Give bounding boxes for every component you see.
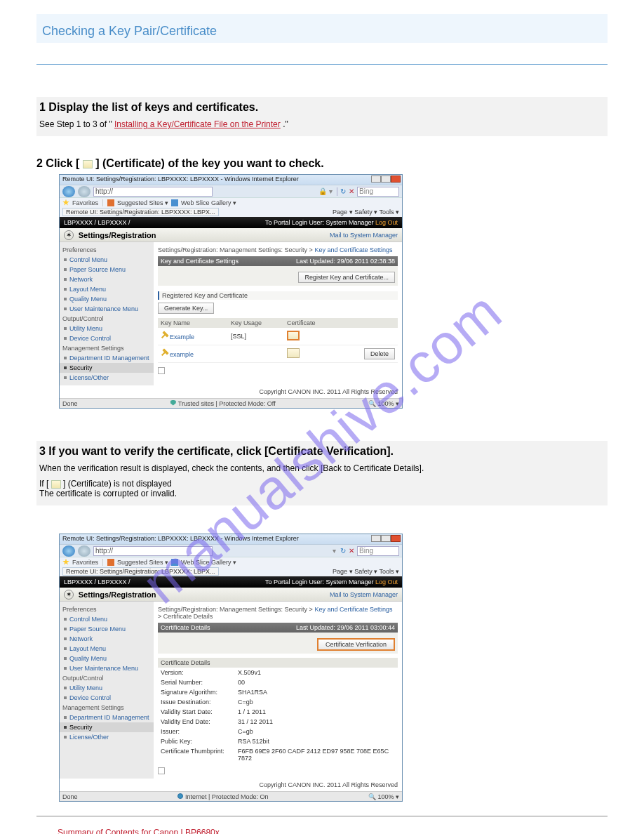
browser-titlebar: Remote UI: Settings/Registration: LBPXXX… <box>60 534 402 544</box>
sidebar-item-device[interactable]: Device Control <box>60 333 154 343</box>
screenshot-1: Remote UI: Settings/Registration: LBPXXX… <box>59 174 403 409</box>
sidebar-item-network[interactable]: Network <box>60 634 154 644</box>
sidebar-item-utility[interactable]: Utility Menu <box>60 683 154 693</box>
webslice-gallery[interactable]: Web Slice Gallery ▾ <box>181 559 236 566</box>
delete-button[interactable]: Delete <box>364 348 395 359</box>
favorites-icon[interactable] <box>62 199 69 206</box>
certificate-icon[interactable] <box>287 331 300 340</box>
mail-link[interactable]: Mail to System Manager <box>330 232 398 239</box>
refresh-icon[interactable]: ↻ <box>340 547 346 555</box>
suggested-icon[interactable] <box>107 199 114 206</box>
sidebar-cat-mgmt: Management Settings <box>60 343 154 353</box>
crumb-link[interactable]: Key and Certificate Settings <box>314 246 392 253</box>
stop-icon[interactable]: ✕ <box>349 187 354 195</box>
zoom-display[interactable]: 🔍 100% ▾ <box>368 400 399 407</box>
step-2-heading: 2 Click [ ] (Certificate) of the key you… <box>36 157 608 170</box>
webslice-icon[interactable] <box>171 199 178 206</box>
copyright: Copyright CANON INC. 2011 All Rights Res… <box>60 385 402 398</box>
back-icon[interactable] <box>62 545 75 557</box>
device-name: LBPXXXX / LBPXXXX / <box>64 578 130 585</box>
sidebar-item-utility[interactable]: Utility Menu <box>60 324 154 333</box>
key-usage: [SSL] <box>231 333 287 340</box>
export-icon[interactable] <box>158 767 165 774</box>
close-icon[interactable] <box>391 176 401 183</box>
close-icon[interactable] <box>391 535 401 542</box>
search-input[interactable]: Bing <box>357 546 399 556</box>
key-name-link[interactable]: example <box>170 351 194 358</box>
maximize-icon[interactable] <box>381 176 391 183</box>
status-done: Done <box>62 400 78 407</box>
sidebar: Preferences Control Menu Paper Source Me… <box>60 602 154 779</box>
forward-icon[interactable] <box>78 186 90 197</box>
step-1-note-prefix: See Step 1 to 3 of " <box>39 119 112 129</box>
step-1-note-link[interactable]: Installing a Key/Certificate File on the… <box>114 119 281 129</box>
sidebar-item-paper[interactable]: Paper Source Menu <box>60 265 154 274</box>
sidebar-item-device[interactable]: Device Control <box>60 693 154 703</box>
search-input[interactable]: Bing <box>357 187 399 197</box>
summary-link[interactable]: Summary of Contents for Canon LBP6680x <box>58 828 608 834</box>
crumb-sep: > <box>158 613 163 620</box>
login-user: To Portal Login User: System Manager <box>265 219 375 226</box>
sidebar-item-deptid[interactable]: Department ID Management <box>60 353 154 363</box>
detail-label: Issue Destination: <box>161 699 238 706</box>
suggested-sites[interactable]: Suggested Sites ▾ <box>117 199 168 206</box>
sidebar-item-paper[interactable]: Paper Source Menu <box>60 624 154 634</box>
sidebar-item-control[interactable]: Control Menu <box>60 255 154 265</box>
url-field[interactable]: http:// <box>93 187 213 197</box>
browser-menu[interactable]: Page ▾ Safety ▾ Tools ▾ <box>333 568 399 575</box>
sidebar-item-quality[interactable]: Quality Menu <box>60 654 154 663</box>
sidebar: Preferences Control Menu Paper Source Me… <box>60 242 154 385</box>
lock-icon: 🔒 ▾ <box>317 187 334 195</box>
certificate-icon[interactable] <box>287 348 300 358</box>
sidebar-item-layout[interactable]: Layout Menu <box>60 284 154 294</box>
minimize-icon[interactable] <box>371 176 381 183</box>
step-3-body: When the verification result is displaye… <box>36 462 608 505</box>
sidebar-item-security[interactable]: Security <box>60 363 154 373</box>
browser-tab[interactable]: Remote UI: Settings/Registration: LBPXXX… <box>62 567 219 576</box>
webslice-gallery[interactable]: Web Slice Gallery ▾ <box>181 199 236 206</box>
dropdown-icon[interactable]: ▾ <box>331 547 337 555</box>
export-icon[interactable] <box>158 367 165 374</box>
sidebar-item-deptid[interactable]: Department ID Management <box>60 713 154 722</box>
generate-key-button[interactable]: Generate Key... <box>158 303 214 314</box>
browser-titlebar: Remote UI: Settings/Registration: LBPXXX… <box>60 175 402 185</box>
sidebar-item-license[interactable]: License/Other <box>60 732 154 742</box>
sidebar-item-layout[interactable]: Layout Menu <box>60 644 154 654</box>
url-field[interactable]: http:// <box>93 546 213 556</box>
browser-menu[interactable]: Page ▾ Safety ▾ Tools ▾ <box>333 208 399 216</box>
sidebar-item-license[interactable]: License/Other <box>60 373 154 383</box>
title-rule <box>36 64 608 65</box>
sidebar-item-security[interactable]: Security <box>60 722 154 732</box>
gear-icon: ✶ <box>64 230 74 240</box>
detail-row: Public Key:RSA 512bit <box>158 736 398 746</box>
back-icon[interactable] <box>62 186 75 197</box>
page-title: Checking a Key Pair/Certificate <box>36 14 608 43</box>
sidebar-item-usermaint[interactable]: User Maintenance Menu <box>60 663 154 673</box>
suggested-sites[interactable]: Suggested Sites ▾ <box>117 559 168 566</box>
minimize-icon[interactable] <box>371 535 381 542</box>
logout-link[interactable]: Log Out <box>375 578 398 585</box>
zoom-display[interactable]: 🔍 100% ▾ <box>368 793 399 800</box>
favorites-icon[interactable] <box>62 559 69 566</box>
sidebar-item-network[interactable]: Network <box>60 274 154 284</box>
refresh-icon[interactable]: ↻ <box>340 187 346 195</box>
step-2-heading-end: ] (Certificate) of the key you want to c… <box>95 157 323 169</box>
mail-link[interactable]: Mail to System Manager <box>330 591 398 598</box>
suggested-icon[interactable] <box>107 559 114 566</box>
step-3-line2: The certificate is corrupted or invalid. <box>39 489 605 498</box>
sidebar-item-quality[interactable]: Quality Menu <box>60 294 154 304</box>
certificate-verification-button[interactable]: Certificate Verification <box>317 638 395 651</box>
maximize-icon[interactable] <box>381 535 391 542</box>
details-header: Certificate Details <box>158 658 398 668</box>
logout-link[interactable]: Log Out <box>375 219 398 226</box>
key-name-link[interactable]: Example <box>170 333 194 340</box>
sidebar-item-usermaint[interactable]: User Maintenance Menu <box>60 304 154 314</box>
sidebar-item-control[interactable]: Control Menu <box>60 614 154 624</box>
register-key-button[interactable]: Register Key and Certificate... <box>298 272 395 283</box>
browser-tab[interactable]: Remote UI: Settings/Registration: LBPXXX… <box>62 208 219 216</box>
stop-icon[interactable]: ✕ <box>349 547 354 555</box>
step-1-note-suffix: ." <box>283 119 288 129</box>
forward-icon[interactable] <box>78 545 90 557</box>
webslice-icon[interactable] <box>171 559 178 566</box>
crumb-link[interactable]: Key and Certificate Settings <box>314 606 392 613</box>
